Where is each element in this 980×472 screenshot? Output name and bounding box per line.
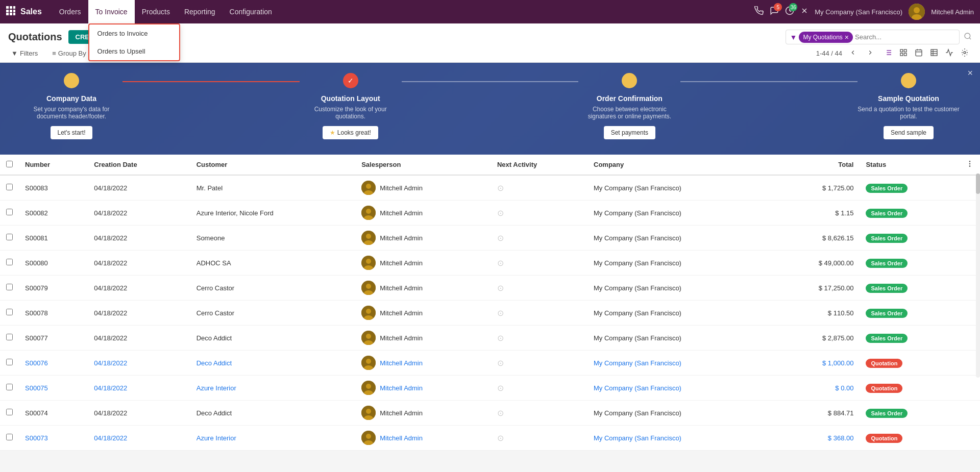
filter-tag-close[interactable]: ×: [845, 33, 849, 41]
row-checkbox-8[interactable]: [6, 384, 13, 390]
step4-button[interactable]: Send sample: [884, 126, 934, 139]
activity-icon[interactable]: 36: [785, 6, 794, 17]
settings-view-icon[interactable]: [958, 46, 972, 60]
row-number[interactable]: S00073: [19, 426, 88, 451]
scrollbar-thumb[interactable]: [976, 173, 980, 194]
row-activity[interactable]: ⊙: [491, 376, 587, 401]
connector-2-3: [402, 81, 579, 82]
table-header: Number Creation Date Customer Salesperso…: [0, 155, 980, 175]
row-date: 04/18/2022: [88, 326, 190, 351]
row-number[interactable]: S00079: [19, 276, 88, 301]
banner-close-icon[interactable]: ×: [967, 68, 973, 79]
row-company[interactable]: My Company (San Francisco): [587, 426, 772, 451]
nav-item-reporting[interactable]: Reporting: [177, 0, 223, 23]
row-activity[interactable]: ⊙: [491, 201, 587, 226]
row-number[interactable]: S00076: [19, 351, 88, 376]
row-activity[interactable]: ⊙: [491, 276, 587, 301]
search-input[interactable]: [853, 31, 955, 43]
svg-point-53: [366, 284, 371, 289]
groupby-button[interactable]: ≡ Group By: [49, 47, 89, 59]
row-checkbox-1[interactable]: [6, 209, 13, 215]
row-number[interactable]: S00077: [19, 326, 88, 351]
select-all-cell: [0, 155, 19, 175]
row-activity[interactable]: ⊙: [491, 175, 587, 201]
row-company[interactable]: My Company (San Francisco): [587, 376, 772, 401]
row-checkbox-0[interactable]: [6, 184, 13, 190]
next-page-icon[interactable]: [864, 47, 877, 60]
table-row: S00080 04/18/2022 ADHOC SA Mitchell Admi…: [0, 251, 980, 276]
table-row: S00078 04/18/2022 Cerro Castor Mitchell …: [0, 301, 980, 326]
kanban-view-icon[interactable]: [896, 46, 911, 60]
dropdown-orders-to-upsell[interactable]: Orders to Upsell: [89, 42, 179, 60]
nav-item-products[interactable]: Products: [135, 0, 177, 23]
row-activity[interactable]: ⊙: [491, 251, 587, 276]
nav-item-configuration[interactable]: Configuration: [223, 0, 279, 23]
step3-button[interactable]: Set payments: [604, 126, 655, 139]
step1-button[interactable]: Let's start!: [51, 126, 93, 139]
row-date: 04/18/2022: [88, 175, 190, 201]
row-date: 04/18/2022: [88, 401, 190, 426]
app-name[interactable]: Sales: [20, 7, 42, 16]
nav-item-orders[interactable]: Orders: [52, 0, 88, 23]
row-checkbox-2[interactable]: [6, 234, 13, 240]
table-view-icon[interactable]: [927, 46, 941, 60]
row-customer[interactable]: Deco Addict: [190, 351, 355, 376]
row-activity[interactable]: ⊙: [491, 226, 587, 251]
row-checkbox-cell: [0, 301, 19, 326]
list-view-icon[interactable]: [881, 46, 895, 60]
search-submit-icon[interactable]: [964, 32, 972, 42]
prev-page-icon[interactable]: [846, 47, 860, 60]
salesperson-avatar: [361, 356, 376, 370]
row-checkbox-5[interactable]: [6, 309, 13, 315]
row-number[interactable]: S00080: [19, 251, 88, 276]
calendar-view-icon[interactable]: [912, 46, 926, 60]
row-number[interactable]: S00074: [19, 401, 88, 426]
messages-icon[interactable]: 5: [770, 6, 779, 17]
row-activity[interactable]: ⊙: [491, 326, 587, 351]
row-total: $ 1.15: [772, 201, 860, 226]
row-checkbox-7[interactable]: [6, 359, 13, 365]
row-checkbox-9[interactable]: [6, 409, 13, 415]
row-company: My Company (San Francisco): [587, 226, 772, 251]
row-number[interactable]: S00075: [19, 376, 88, 401]
col-customer: Customer: [190, 155, 355, 175]
apps-grid-icon[interactable]: [6, 6, 15, 18]
row-number[interactable]: S00081: [19, 226, 88, 251]
row-checkbox-4[interactable]: [6, 284, 13, 290]
filters-button[interactable]: ▼ Filters: [8, 47, 41, 59]
status-badge: Sales Order: [866, 409, 908, 418]
nav-item-to-invoice[interactable]: To Invoice Orders to Invoice Orders to U…: [88, 0, 135, 23]
phone-icon[interactable]: [754, 6, 764, 17]
row-number[interactable]: S00083: [19, 175, 88, 201]
step-company-data: Company Data Set your company's data for…: [20, 73, 122, 139]
row-number[interactable]: S00082: [19, 201, 88, 226]
user-avatar[interactable]: [909, 4, 925, 20]
row-activity[interactable]: ⊙: [491, 426, 587, 451]
row-customer[interactable]: Azure Interior: [190, 426, 355, 451]
page-title: Quotations: [8, 31, 62, 43]
row-customer: ADHOC SA: [190, 251, 355, 276]
row-customer: Someone: [190, 226, 355, 251]
quotations-table: Number Creation Date Customer Salesperso…: [0, 155, 980, 451]
chart-view-icon[interactable]: [942, 46, 957, 60]
dropdown-orders-to-invoice[interactable]: Orders to Invoice: [89, 24, 179, 42]
row-checkbox-6[interactable]: [6, 334, 13, 340]
row-company[interactable]: My Company (San Francisco): [587, 351, 772, 376]
row-checkbox-10[interactable]: [6, 434, 13, 440]
row-activity[interactable]: ⊙: [491, 301, 587, 326]
col-settings[interactable]: [960, 155, 980, 175]
select-all-checkbox[interactable]: [6, 161, 13, 167]
svg-point-36: [964, 52, 966, 54]
row-customer[interactable]: Azure Interior: [190, 376, 355, 401]
row-activity[interactable]: ⊙: [491, 401, 587, 426]
scrollbar[interactable]: [976, 173, 980, 378]
step2-button[interactable]: Looks great!: [323, 126, 378, 139]
step-order-confirmation: Order Confirmation Choose between electr…: [578, 73, 680, 139]
row-checkbox-3[interactable]: [6, 259, 13, 265]
row-number[interactable]: S00078: [19, 301, 88, 326]
row-activity[interactable]: ⊙: [491, 351, 587, 376]
table-row: S00082 04/18/2022 Azure Interior, Nicole…: [0, 201, 980, 226]
close-icon[interactable]: [800, 7, 808, 17]
step2-title: Quotation Layout: [321, 94, 380, 103]
step2-circle: ✓: [343, 73, 358, 88]
